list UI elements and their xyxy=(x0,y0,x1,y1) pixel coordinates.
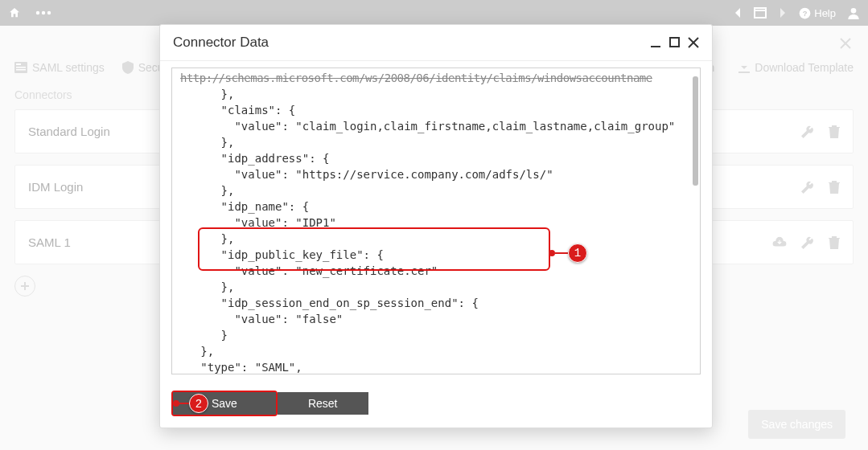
reset-button[interactable]: Reset xyxy=(278,392,368,415)
callout-2: 2 xyxy=(173,394,208,413)
maximize-icon[interactable] xyxy=(669,37,680,48)
svg-rect-17 xyxy=(670,38,679,47)
callout-number: 2 xyxy=(189,394,208,413)
code-editor[interactable]: http://schemas.microsoft.com/ws/2008/06/… xyxy=(171,68,701,374)
callout-1: 1 xyxy=(549,243,587,263)
callout-highlight-1 xyxy=(198,227,550,271)
callout-number: 1 xyxy=(568,243,587,263)
minimize-icon[interactable] xyxy=(650,37,661,48)
dialog-title: Connector Data xyxy=(173,35,269,51)
connector-data-dialog: Connector Data http://schemas.microsoft.… xyxy=(159,24,713,428)
save-label: Save xyxy=(212,397,237,410)
close-icon[interactable] xyxy=(688,37,699,48)
scrollbar-thumb[interactable] xyxy=(693,76,698,186)
reset-label: Reset xyxy=(308,397,338,410)
code-content: http://schemas.microsoft.com/ws/2008/06/… xyxy=(180,70,692,374)
